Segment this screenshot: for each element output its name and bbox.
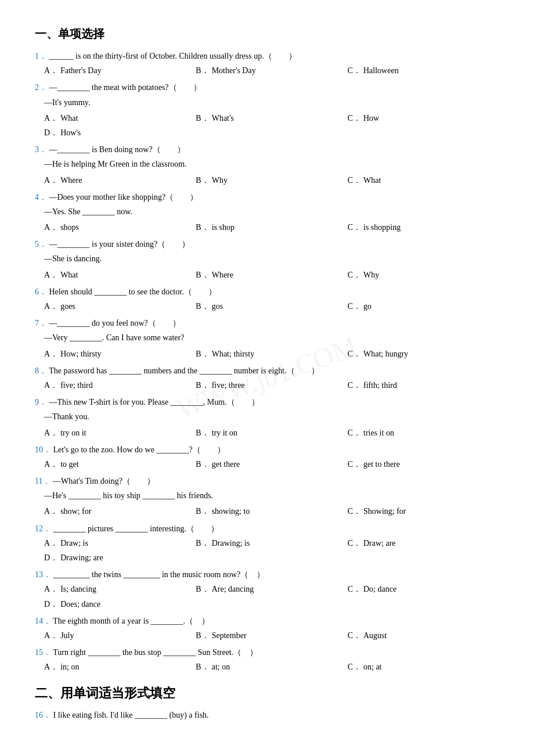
q3-number: 3． xyxy=(35,145,47,154)
q7-option-a: A．How; thirsty xyxy=(44,347,196,361)
q12-number: 12． xyxy=(35,524,51,533)
q3-option-c: C．What xyxy=(348,173,499,188)
q9-text: —This new T-shirt is for you. Please ___… xyxy=(49,398,259,406)
q4-option-c: C．is shopping xyxy=(348,220,499,235)
q2-options: A．What B．What's C．How D．How's xyxy=(44,111,499,140)
q15-option-c: C．on; at xyxy=(348,660,499,674)
question-1: 1． ______ is on the thirty-first of Octo… xyxy=(35,49,499,78)
q4-text: —Does your mother like shopping?（ ） xyxy=(49,193,199,201)
q11-option-a: A．show; for xyxy=(44,504,196,519)
q12-option-a: A．Draw; is xyxy=(44,536,196,550)
q13-options: A．Is; dancing B．Are; dancing C．Do; dance… xyxy=(44,582,499,611)
q5-text: —________ is your sister doing?（ ） xyxy=(49,240,190,249)
question-16: 16． I like eating fish. I'd like _______… xyxy=(35,708,499,722)
q5-option-c: C．Why xyxy=(348,268,499,282)
q16-text: I like eating fish. I'd like ________ (b… xyxy=(53,711,209,719)
q7-option-b: B．What; thirsty xyxy=(196,347,347,361)
q10-option-b: B．get there xyxy=(196,457,347,471)
q11-option-b: B．showing; to xyxy=(196,504,347,519)
q2-answer: —It's yummy. xyxy=(44,95,499,110)
q8-number: 8． xyxy=(35,366,47,375)
question-10: 10． Let's go to the zoo. How do we _____… xyxy=(35,442,499,471)
q7-options: A．How; thirsty B．What; thirsty C．What; h… xyxy=(44,347,499,361)
q2-option-c: C．How xyxy=(348,111,499,125)
section1-title: 一、单项选择 xyxy=(35,23,499,44)
q13-option-d: D．Does; dance xyxy=(44,597,499,611)
q1-text: ______ is on the thirty-first of October… xyxy=(49,52,297,60)
q11-options: A．show; for B．showing; to C．Showing; for xyxy=(44,504,499,519)
q3-options: A．Where B．Why C．What xyxy=(44,173,499,188)
q1-option-c: C．Halloween xyxy=(348,63,499,78)
q4-answer: —Yes. She ________ now. xyxy=(44,204,499,219)
question-8: 8． The password has ________ numbers and… xyxy=(35,363,499,393)
q11-option-c: C．Showing; for xyxy=(348,504,499,519)
q13-option-a: A．Is; dancing xyxy=(44,582,196,596)
q9-answer: —Thank you. xyxy=(44,409,499,424)
q6-options: A．goes B．gos C．go xyxy=(44,299,499,314)
question-11: 11． —What's Tim doing?（ ） —He's ________… xyxy=(35,474,499,519)
question-12: 12． ________ pictures ________ interesti… xyxy=(35,521,499,566)
question-4: 4． —Does your mother like shopping?（ ） —… xyxy=(35,190,499,235)
q11-number: 11． xyxy=(35,477,50,485)
q4-options: A．shops B．is shop C．is shopping xyxy=(44,220,499,235)
q13-option-c: C．Do; dance xyxy=(348,582,499,596)
question-5: 5． —________ is your sister doing?（ ） —S… xyxy=(35,237,499,282)
q14-option-c: C．August xyxy=(348,628,499,643)
q10-option-c: C．get to there xyxy=(348,457,499,471)
q3-text: —________ is Ben doing now?（ ） xyxy=(49,145,185,154)
q5-number: 5． xyxy=(35,240,47,249)
q9-option-c: C．tries it on xyxy=(348,426,499,440)
q12-option-d: D．Drawing; are xyxy=(44,550,499,565)
q13-number: 13． xyxy=(35,570,51,579)
q5-answer: —She is dancing. xyxy=(44,251,499,266)
q14-option-a: A．July xyxy=(44,628,196,643)
q6-number: 6． xyxy=(35,287,47,296)
q12-option-b: B．Drawing; is xyxy=(196,536,347,550)
q9-options: A．try on it B．try it on C．tries it on xyxy=(44,426,499,440)
question-2: 2． —________ the meat with potatoes?（ ） … xyxy=(35,80,499,140)
q9-number: 9． xyxy=(35,398,47,406)
q7-answer: —Very ________. Can I have some water? xyxy=(44,330,499,345)
q13-option-b: B．Are; dancing xyxy=(196,582,347,596)
q13-text: _________ the twins _________ in the mus… xyxy=(53,570,265,579)
q16-number: 16． xyxy=(35,711,51,719)
question-14: 14． The eighth month of a year is ______… xyxy=(35,614,499,643)
q1-option-a: A．Father's Day xyxy=(44,63,196,78)
q12-options: A．Draw; is B．Drawing; is C．Draw; are D．D… xyxy=(44,536,499,565)
question-6: 6． Helen should ________ to see the doct… xyxy=(35,285,499,314)
q14-option-b: B．September xyxy=(196,628,347,643)
q6-option-a: A．goes xyxy=(44,299,196,314)
q15-options: A．in; on B．at; on C．on; at xyxy=(44,660,499,674)
q5-options: A．What B．Where C．Why xyxy=(44,268,499,282)
section2-title: 二、用单词适当形式填空 xyxy=(35,682,499,705)
question-15: 15． Turn right ________ the bus stop ___… xyxy=(35,645,499,674)
q4-option-a: A．shops xyxy=(44,220,196,235)
q5-option-a: A．What xyxy=(44,268,196,282)
question-3: 3． —________ is Ben doing now?（ ） —He is… xyxy=(35,142,499,188)
q15-option-b: B．at; on xyxy=(196,660,347,674)
q11-answer: —He's ________ his toy ship ________ his… xyxy=(44,488,499,503)
q14-number: 14． xyxy=(35,617,51,625)
question-9: 9． —This new T-shirt is for you. Please … xyxy=(35,395,499,440)
q4-number: 4． xyxy=(35,193,47,201)
q2-option-d: D．How's xyxy=(44,125,499,140)
q11-text: —What's Tim doing?（ ） xyxy=(53,477,155,485)
q1-options: A．Father's Day B．Mother's Day C．Hallowee… xyxy=(44,63,499,78)
question-13: 13． _________ the twins _________ in the… xyxy=(35,567,499,611)
q14-options: A．July B．September C．August xyxy=(44,628,499,643)
q2-option-a: A．What xyxy=(44,111,196,125)
q6-option-c: C．go xyxy=(348,299,499,314)
q3-option-b: B．Why xyxy=(196,173,347,188)
q7-text: —________ do you feel now?（ ） xyxy=(49,319,181,327)
q9-option-b: B．try it on xyxy=(196,426,347,440)
q6-text: Helen should ________ to see the doctor.… xyxy=(49,287,217,296)
q15-text: Turn right ________ the bus stop _______… xyxy=(53,648,258,657)
q10-option-a: A．to get xyxy=(44,457,196,471)
q15-number: 15． xyxy=(35,648,51,657)
q5-option-b: B．Where xyxy=(196,268,347,282)
q8-options: A．five; third B．five; three C．fifth; thi… xyxy=(44,378,499,393)
q4-option-b: B．is shop xyxy=(196,220,347,235)
q2-number: 2． xyxy=(35,83,47,92)
q8-text: The password has ________ numbers and th… xyxy=(49,366,319,375)
q10-text: Let's go to the zoo. How do we ________?… xyxy=(53,445,225,454)
